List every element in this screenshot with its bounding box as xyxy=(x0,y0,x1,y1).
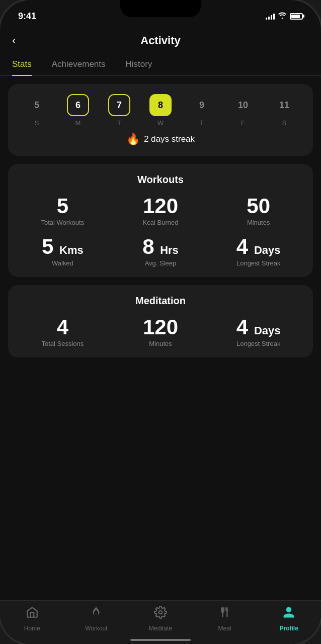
stat-label-kcal: Kcal Burned xyxy=(143,219,179,226)
day-10: 10 F xyxy=(232,94,254,127)
stat-value-sleep: 8 Hrs xyxy=(142,236,179,257)
days-row: 5 S 6 M 7 T 8 W 9 T xyxy=(16,94,305,127)
workouts-title: Workouts xyxy=(16,174,305,186)
stat-value-minutes: 50 xyxy=(247,196,270,217)
bottom-nav: Home Workout Meditate xyxy=(0,600,321,644)
nav-meal[interactable]: Meal xyxy=(207,606,243,632)
stat-value-workouts: 5 xyxy=(57,196,68,217)
battery-icon xyxy=(290,13,303,20)
home-icon xyxy=(26,606,39,622)
status-time: 9:41 xyxy=(18,11,36,22)
nav-meditate[interactable]: Meditate xyxy=(143,606,178,632)
stat-value-kms: 5 Kms xyxy=(42,236,84,257)
back-button[interactable]: ‹ xyxy=(12,34,16,47)
nav-profile-label: Profile xyxy=(280,625,298,632)
fork-knife-icon xyxy=(218,606,231,622)
tab-history[interactable]: History xyxy=(126,53,152,75)
streak-text: 2 days streak xyxy=(144,134,195,144)
page-title: Activity xyxy=(140,34,180,47)
stat-value-streak-med: 4 Days xyxy=(236,317,281,338)
calendar-card: 5 S 6 M 7 T 8 W 9 T xyxy=(8,84,313,156)
meditation-grid: 4 Total Sessions 120 Minutes 4 Days Long… xyxy=(16,317,305,347)
signal-icon xyxy=(266,13,275,20)
day-number-7: 7 xyxy=(108,94,130,116)
day-9: 9 T xyxy=(191,94,213,127)
stat-label-streak-workouts: Longest Streak xyxy=(236,259,280,267)
day-number-10: 10 xyxy=(232,94,254,116)
stat-sessions: 4 Total Sessions xyxy=(16,317,109,347)
stat-med-minutes: 120 Minutes xyxy=(114,317,207,347)
workouts-card: Workouts 5 Total Workouts 120 Kcal Burne… xyxy=(8,164,313,277)
stat-streak-workouts: 4 Days Longest Streak xyxy=(212,236,305,267)
day-number-8: 8 xyxy=(149,94,172,116)
nav-workout-label: Workout xyxy=(85,625,107,632)
phone-frame: 9:41 ‹ Activity Stats xyxy=(0,0,321,644)
stat-kms: 5 Kms Walked xyxy=(16,236,109,267)
nav-workout[interactable]: Workout xyxy=(78,606,114,632)
stat-label-sleep: Avg. Sleep xyxy=(145,259,177,267)
tab-achievements[interactable]: Achievements xyxy=(52,53,106,75)
person-icon xyxy=(282,606,295,622)
stat-value-streak-workouts: 4 Days xyxy=(236,236,281,257)
stat-label-med-minutes: Minutes xyxy=(149,340,172,347)
nav-home-label: Home xyxy=(24,625,40,632)
svg-point-0 xyxy=(159,611,163,614)
notch xyxy=(120,0,201,17)
stat-label-kms: Walked xyxy=(52,259,73,267)
tab-stats[interactable]: Stats xyxy=(12,53,32,75)
nav-home[interactable]: Home xyxy=(15,606,50,632)
day-label-s2: S xyxy=(282,119,287,127)
day-label-t2: T xyxy=(200,119,204,127)
day-label-w: W xyxy=(157,119,164,127)
tabs: Stats Achievements History xyxy=(0,53,321,76)
meditation-title: Meditation xyxy=(16,295,305,307)
streak-row: 🔥 2 days streak xyxy=(16,133,305,146)
day-label-t1: T xyxy=(117,119,121,127)
stat-value-kcal: 120 xyxy=(143,196,178,217)
day-number-6: 6 xyxy=(67,94,89,116)
nav-meal-label: Meal xyxy=(218,625,231,632)
nav-meditate-label: Meditate xyxy=(149,625,172,632)
content-area: 5 S 6 M 7 T 8 W 9 T xyxy=(0,76,321,598)
day-number-11: 11 xyxy=(273,94,295,116)
gear-icon xyxy=(154,606,167,622)
day-number-5: 5 xyxy=(26,94,48,116)
wifi-icon xyxy=(278,12,287,21)
home-indicator xyxy=(130,639,191,641)
stat-sleep: 8 Hrs Avg. Sleep xyxy=(114,236,207,267)
flame-streak-icon: 🔥 xyxy=(126,133,140,146)
day-6: 6 M xyxy=(67,94,89,127)
stat-minutes: 50 Minutes xyxy=(212,196,305,226)
stat-total-workouts: 5 Total Workouts xyxy=(16,196,109,226)
meditation-card: Meditation 4 Total Sessions 120 Minutes … xyxy=(8,285,313,357)
workouts-grid: 5 Total Workouts 120 Kcal Burned 50 Minu… xyxy=(16,196,305,267)
stat-value-med-minutes: 120 xyxy=(143,317,178,338)
nav-profile[interactable]: Profile xyxy=(271,606,306,632)
stat-label-workouts: Total Workouts xyxy=(41,219,84,226)
day-5: 5 S xyxy=(26,94,48,127)
stat-value-sessions: 4 xyxy=(57,317,68,338)
day-label-f: F xyxy=(241,119,245,127)
stat-label-minutes: Minutes xyxy=(247,219,270,226)
stat-label-sessions: Total Sessions xyxy=(41,340,84,347)
stat-streak-med: 4 Days Longest Streak xyxy=(212,317,305,347)
day-7: 7 T xyxy=(108,94,130,127)
day-8: 8 W xyxy=(149,94,172,127)
header: ‹ Activity xyxy=(0,28,321,53)
day-number-9: 9 xyxy=(191,94,213,116)
day-11: 11 S xyxy=(273,94,295,127)
stat-label-streak-med: Longest Streak xyxy=(236,340,280,347)
stat-kcal: 120 Kcal Burned xyxy=(114,196,207,226)
status-icons xyxy=(266,12,303,21)
day-label-m: M xyxy=(75,119,81,127)
workout-icon xyxy=(90,606,103,622)
day-label-s1: S xyxy=(35,119,39,127)
